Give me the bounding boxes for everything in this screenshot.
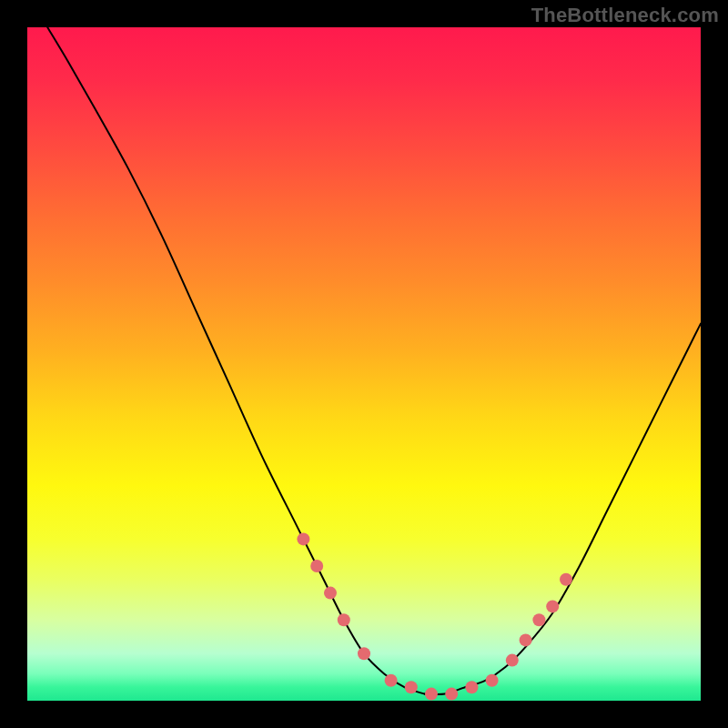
chart-svg (27, 27, 701, 701)
highlight-dot (445, 688, 458, 701)
highlight-dot (520, 633, 532, 646)
highlight-dot (405, 681, 418, 693)
highlight-dot (532, 613, 545, 626)
left-curve (47, 27, 424, 694)
highlight-dot (425, 688, 438, 701)
highlight-dot (546, 600, 559, 612)
watermark-text: TheBottleneck.com (531, 4, 719, 27)
highlight-dot (486, 674, 499, 687)
highlight-dot (560, 573, 572, 586)
highlight-dot (465, 681, 478, 693)
highlight-dots (297, 532, 572, 700)
highlight-dot (358, 647, 370, 660)
highlight-dot (310, 560, 323, 572)
highlight-dot (338, 613, 350, 626)
right-curve (425, 324, 701, 695)
highlight-dot (506, 654, 519, 667)
highlight-dot (297, 532, 309, 545)
highlight-dot (385, 674, 398, 687)
highlight-dot (324, 587, 337, 600)
chart-frame: TheBottleneck.com (0, 0, 728, 728)
